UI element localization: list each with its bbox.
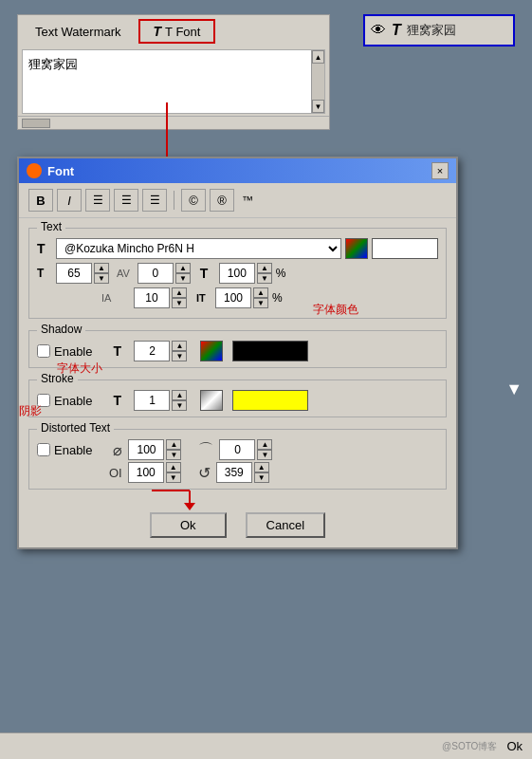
panel-header: Text Watermark T T Font: [18, 15, 329, 47]
scale-v-down[interactable]: ▼: [253, 298, 268, 308]
stroke-size-spinner: ▲ ▼: [134, 390, 187, 411]
t-size-icon: T: [37, 267, 52, 280]
bottom-ok-label: Ok: [506, 739, 523, 753]
align-left-button[interactable]: ☰: [85, 189, 110, 212]
distort-val3-down[interactable]: ▼: [166, 472, 181, 483]
font-dialog: Font × B I ☰ ☰ ☰ © ® ™ Text T @Kozuka Mi…: [17, 157, 458, 549]
scroll-up[interactable]: ▲: [312, 50, 324, 64]
dialog-title: Font: [27, 163, 74, 178]
annotation-ziticose: 字体颜色: [313, 302, 358, 318]
scale-h-input[interactable]: [219, 263, 255, 284]
scroll-track: [312, 64, 324, 100]
distorted-enable-checkbox[interactable]: [37, 443, 50, 456]
align-center-button[interactable]: ☰: [114, 189, 138, 212]
shadow-size-spinner: ▲ ▼: [134, 341, 187, 361]
scale-h-down[interactable]: ▼: [257, 273, 272, 284]
font-size-down[interactable]: ▼: [94, 273, 109, 284]
scale-h-up[interactable]: ▲: [257, 263, 272, 273]
baseline-down[interactable]: ▼: [172, 298, 187, 308]
text-preview-box: 狸窝家园 ▲ ▼: [22, 49, 325, 114]
font-select[interactable]: @Kozuka Mincho Pr6N H: [56, 238, 341, 259]
scale-h-icon: T: [200, 266, 215, 281]
distorted-enable-label[interactable]: Enable: [37, 443, 92, 457]
dialog-footer: Ok Cancel: [19, 505, 456, 547]
scrollbar-thumb[interactable]: [22, 119, 50, 128]
size-row: T ▲ ▼ AV ▲ ▼ T: [37, 263, 438, 284]
stroke-size-input[interactable]: [134, 390, 170, 411]
cancel-button[interactable]: Cancel: [246, 512, 325, 538]
italic-button[interactable]: I: [57, 189, 82, 212]
distort-val2-up[interactable]: ▲: [257, 439, 272, 450]
color-picker-button[interactable]: [345, 238, 368, 259]
distort-val2-down[interactable]: ▼: [257, 450, 272, 460]
stroke-size-up[interactable]: ▲: [172, 390, 187, 400]
baseline-up[interactable]: ▲: [172, 287, 187, 298]
baseline-icon: IA: [101, 292, 130, 304]
distort-val1-arrows: ▲ ▼: [166, 439, 181, 460]
baseline-row: IA ▲ ▼ IT ▲ ▼ %: [37, 287, 438, 308]
align-right-button[interactable]: ☰: [142, 189, 167, 212]
text-watermark-tab[interactable]: Text Watermark: [26, 21, 131, 43]
bold-button[interactable]: B: [28, 189, 53, 212]
bend-icon: ⌀: [113, 441, 122, 459]
scale-v-input[interactable]: [215, 287, 251, 308]
font-size-up[interactable]: ▲: [94, 263, 109, 273]
right-preview-text: 狸窝家园: [407, 22, 456, 39]
distort-val2-arrows: ▲ ▼: [257, 439, 272, 460]
distort-val4-up[interactable]: ▲: [254, 462, 269, 472]
distort-val3-spinner: ▲ ▼: [128, 462, 181, 483]
close-button[interactable]: ×: [431, 162, 449, 179]
panel-scrollbar-h[interactable]: [18, 116, 329, 129]
font-size-input[interactable]: [56, 263, 92, 284]
tracking-up[interactable]: ▲: [175, 263, 191, 273]
dialog-titlebar: Font ×: [19, 158, 456, 183]
ok-arrow: [133, 486, 209, 512]
ok-button[interactable]: Ok: [150, 512, 227, 538]
text-section: Text T @Kozuka Mincho Pr6N H T ▲ ▼: [28, 228, 447, 319]
copyright-button[interactable]: ©: [181, 189, 206, 212]
distorted-row-1: Enable ⌀ ▲ ▼ ⌒ ▲ ▼: [37, 439, 438, 460]
text-section-label: Text: [37, 220, 65, 233]
shadow-color-picker[interactable]: [200, 341, 223, 361]
shadow-size-up[interactable]: ▲: [172, 341, 187, 351]
stroke-enable-label[interactable]: Enable: [37, 394, 92, 408]
font-button[interactable]: T T Font: [138, 19, 216, 44]
distort-val1-up[interactable]: ▲: [166, 439, 181, 450]
shadow-color-preview: [232, 341, 308, 361]
font-color-preview: [372, 238, 438, 259]
distort-val4-down[interactable]: ▼: [254, 472, 269, 483]
distort-val2-input[interactable]: [219, 439, 255, 460]
distort-val3-up[interactable]: ▲: [166, 462, 181, 472]
scale-h-arrows: ▲ ▼: [257, 263, 272, 284]
scroll-down[interactable]: ▼: [312, 100, 324, 113]
text-preview: 狸窝家园: [23, 50, 324, 79]
eye-icon: 👁: [371, 22, 386, 39]
scale-v-up[interactable]: ▲: [253, 287, 268, 298]
tracking-spinner: ▲ ▼: [138, 263, 191, 284]
toolbar-separator-1: [174, 191, 174, 210]
shadow-enable-text: Enable: [54, 344, 92, 359]
scale-h-spinner: ▲ ▼: [219, 263, 272, 284]
red-arrow-down: [166, 102, 168, 159]
distort-val4-input[interactable]: [216, 462, 252, 483]
distort-val1-down[interactable]: ▼: [166, 450, 181, 460]
tracking-input[interactable]: [138, 263, 174, 284]
distort-val3-arrows: ▲ ▼: [166, 462, 181, 483]
rotate-icon: ↺: [198, 464, 211, 482]
align-right-icon: ☰: [150, 194, 160, 207]
stroke-size-down[interactable]: ▼: [172, 400, 187, 411]
dialog-icon: [27, 163, 42, 178]
distort-val1-input[interactable]: [128, 439, 164, 460]
distort-val3-input[interactable]: [128, 462, 164, 483]
baseline-input[interactable]: [134, 287, 170, 308]
shadow-size-input[interactable]: [134, 341, 170, 361]
stroke-gradient-icon[interactable]: [200, 390, 223, 411]
tracking-down[interactable]: ▼: [175, 273, 191, 284]
preview-scrollbar[interactable]: ▲ ▼: [311, 50, 324, 113]
registered-button[interactable]: ®: [210, 189, 234, 212]
shadow-enable-checkbox[interactable]: [37, 344, 50, 358]
shadow-size-down[interactable]: ▼: [172, 351, 187, 361]
shadow-enable-label[interactable]: Enable: [37, 344, 92, 359]
oi-icon: OI: [109, 466, 122, 480]
distorted-section: Distorted Text Enable ⌀ ▲ ▼ ⌒: [28, 429, 447, 490]
